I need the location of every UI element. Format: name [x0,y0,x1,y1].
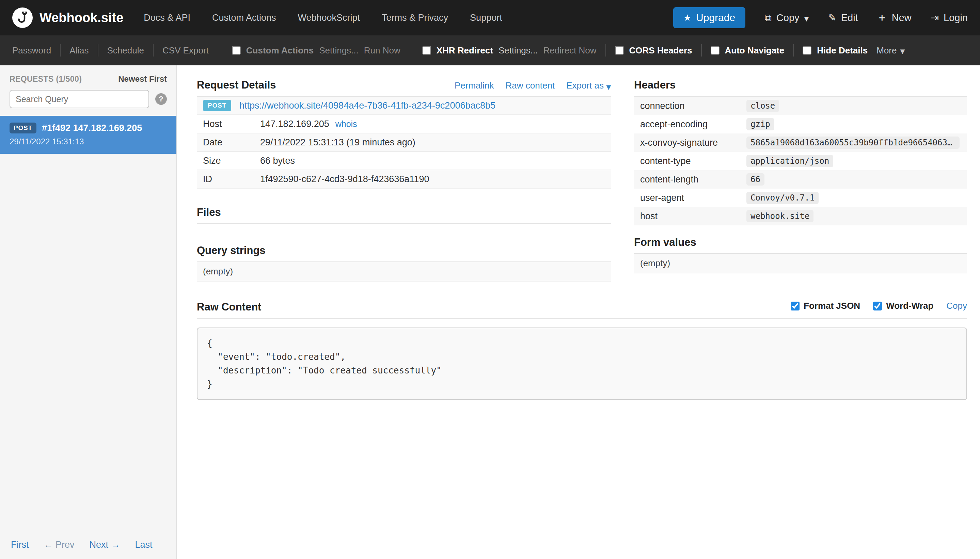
headers-title: Headers [634,79,675,91]
custom-actions-settings[interactable]: Settings... [319,45,359,56]
login-button[interactable]: ⇥ Login [930,12,968,23]
table-row: host webhook.site [634,207,967,225]
navbar-actions: ★ Upgrade ⧉ Copy ▼ ✎ Edit ＋ New ⇥ Login [673,7,968,28]
brand-name: Webhook.site [40,10,123,25]
table-row: user-agent Convoy/v0.7.1 [634,189,967,207]
search-input[interactable] [10,90,149,108]
pagination-first[interactable]: First [11,539,28,550]
request-item-header: POST #1f492 147.182.169.205 [10,122,167,134]
table-row: content-type application/json [634,152,967,170]
nav-docs-api[interactable]: Docs & API [144,13,190,23]
upgrade-label: Upgrade [696,12,735,23]
pagination-prev[interactable]: ← Prev [44,539,74,550]
nav-support[interactable]: Support [470,13,502,23]
toolbar-schedule[interactable]: Schedule [107,45,144,56]
help-icon[interactable]: ? [155,93,167,105]
more-dropdown[interactable]: More ▼ [876,45,905,56]
brand-link[interactable]: Webhook.site [12,8,123,28]
custom-actions-checkbox[interactable] [232,46,241,55]
divider [701,44,702,56]
sort-newest-first[interactable]: Newest First [118,74,167,84]
more-label: More [876,45,897,56]
request-item-title: #1f492 147.182.169.205 [42,123,142,134]
upgrade-button[interactable]: ★ Upgrade [673,7,745,28]
method-badge: POST [203,100,231,111]
nav-webhookscript[interactable]: WebhookScript [298,13,360,23]
custom-actions-group: Custom Actions Settings... Run Now [232,45,401,56]
toolbar-password[interactable]: Password [12,45,51,56]
pagination-next[interactable]: Next → [89,539,120,550]
requests-count-label: REQUESTS (1/500) [10,74,82,84]
table-row: Date 29/11/2022 15:31:13 (19 minutes ago… [197,134,611,152]
header-name: content-length [640,174,747,185]
permalink-link[interactable]: Permalink [455,80,494,91]
request-details-table: POST https://webhook.site/40984a4e-7b36-… [197,97,611,189]
table-row: content-length 66 [634,170,967,189]
pagination-last[interactable]: Last [135,539,152,550]
format-json-checkbox[interactable] [791,302,800,311]
request-list-item[interactable]: POST #1f492 147.182.169.205 29/11/2022 1… [0,116,176,154]
plus-icon: ＋ [877,11,887,25]
export-as-label: Export as [566,80,604,91]
table-row: Host 147.182.169.205 whois [197,115,611,134]
auto-navigate-checkbox[interactable] [711,46,720,55]
header-value: close [747,100,779,112]
copy-raw-content-link[interactable]: Copy [946,301,967,311]
toolbar-csv-export[interactable]: CSV Export [162,45,209,56]
word-wrap-toggle[interactable]: Word-Wrap [873,301,934,311]
new-button[interactable]: ＋ New [877,11,912,25]
row-label: Size [203,155,260,166]
cors-headers-checkbox[interactable] [615,46,624,55]
chevron-down-icon: ▼ [900,48,905,55]
header-name: x-convoy-signature [640,137,747,148]
headers-header: Headers [634,79,967,97]
row-label: Date [203,137,260,148]
hide-details-label: Hide Details [817,45,867,56]
whois-link[interactable]: whois [335,119,357,129]
row-value: 1f492590-c627-4cd3-9d18-f423636a1190 [260,174,429,185]
xhr-redirect-settings[interactable]: Settings... [498,45,538,56]
copy-dropdown[interactable]: ⧉ Copy ▼ [765,12,809,24]
table-row: Size 66 bytes [197,152,611,170]
nav-terms-privacy[interactable]: Terms & Privacy [382,13,448,23]
export-as-dropdown[interactable]: Export as ▼ [566,80,611,91]
chevron-down-icon: ▼ [606,83,611,91]
nav-custom-actions[interactable]: Custom Actions [212,13,276,23]
hide-details-checkbox[interactable] [803,46,811,55]
header-name: user-agent [640,193,747,203]
word-wrap-label: Word-Wrap [886,301,934,311]
divider [98,44,98,56]
cors-headers-toggle[interactable]: CORS Headers [615,45,692,56]
query-strings-section: Query strings (empty) [197,245,611,281]
request-toolbar: Password Alias Schedule CSV Export Custo… [0,35,980,65]
login-icon: ⇥ [930,12,939,23]
header-value: 5865a19068d163a60055c39b90ffb1de96654063… [747,137,960,149]
query-strings-empty: (empty) [197,262,611,281]
edit-button[interactable]: ✎ Edit [828,12,858,23]
form-values-empty: (empty) [634,254,967,273]
header-name: connection [640,101,747,111]
toolbar-alias[interactable]: Alias [70,45,89,56]
chevron-down-icon: ▼ [804,15,809,22]
custom-actions-label: Custom Actions [246,45,314,56]
request-item-timestamp: 29/11/2022 15:31:13 [10,137,167,146]
header-value: Convoy/v0.7.1 [747,192,819,204]
xhr-redirect-now[interactable]: Redirect Now [543,45,597,56]
request-url-link[interactable]: https://webhook.site/40984a4e-7b36-41fb-… [239,101,495,111]
row-value: 66 bytes [260,155,295,166]
files-section: Files [197,206,611,224]
divider [606,44,606,56]
webhook-logo-icon [12,8,33,28]
files-title: Files [197,206,221,218]
raw-content-link[interactable]: Raw content [506,80,555,91]
auto-navigate-toggle[interactable]: Auto Navigate [711,45,785,56]
requests-sidebar: REQUESTS (1/500) Newest First ? POST #1f… [0,65,177,559]
hide-details-toggle[interactable]: Hide Details [803,45,867,56]
raw-content-code[interactable]: { "event": "todo.created", "description"… [197,327,967,400]
pagination: First ← Prev Next → Last [0,531,176,559]
format-json-toggle[interactable]: Format JSON [791,301,860,311]
xhr-redirect-group: XHR Redirect Settings... Redirect Now [422,45,597,56]
word-wrap-checkbox[interactable] [873,302,882,311]
custom-actions-run-now[interactable]: Run Now [364,45,401,56]
xhr-redirect-checkbox[interactable] [422,46,431,55]
